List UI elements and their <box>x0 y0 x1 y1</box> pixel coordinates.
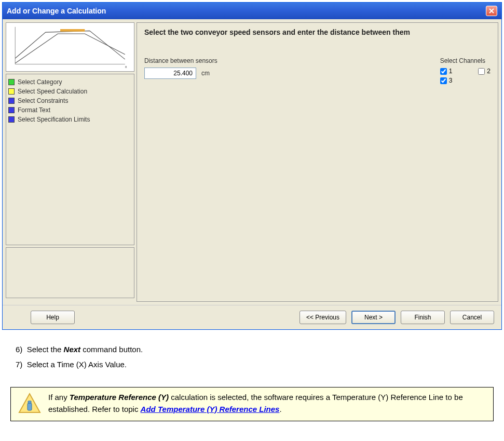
window-body: x Select Category Select Speed Calculati… <box>3 19 501 305</box>
page-heading: Select the two conveyor speed sensors an… <box>144 28 491 36</box>
close-icon <box>488 8 495 14</box>
channels-section: Select Channels 1 2 <box>440 57 491 86</box>
instruction-step-7: 7) Select a Time (X) Axis Value. <box>16 357 488 371</box>
step-label: Format Text <box>18 106 50 114</box>
step-item[interactable]: Select Specification Limits <box>8 115 132 124</box>
distance-input[interactable] <box>144 68 196 79</box>
step-item[interactable]: Select Category <box>8 77 132 87</box>
info-panel <box>6 247 134 298</box>
instruction-step-6: 6) Select the Next command button. <box>16 342 488 356</box>
step-number: 7) <box>16 360 22 369</box>
step-text-pre: Select the <box>27 345 64 354</box>
channel-row: 1 2 <box>440 68 491 75</box>
channels-label: Select Channels <box>440 57 491 64</box>
form-area: Distance between sensors cm Select Chann… <box>144 57 491 86</box>
distance-label: Distance between sensors <box>144 57 217 64</box>
channel-row: 3 <box>440 77 491 84</box>
step-label: Select Speed Calculation <box>18 88 87 95</box>
channel-3-checkbox[interactable] <box>440 77 447 84</box>
channel-2-checkbox[interactable] <box>478 68 485 75</box>
wizard-dialog: Add or Change a Calculation x Select <box>2 2 502 330</box>
note-text: If any Temperature Reference (Y) calcula… <box>48 392 487 415</box>
next-button[interactable]: Next > <box>351 311 396 324</box>
step-item[interactable]: Select Speed Calculation <box>8 87 132 96</box>
channel-1-checkbox[interactable] <box>440 68 447 75</box>
close-button[interactable] <box>486 6 497 16</box>
note-emph: Temperature Reference (Y) <box>70 393 169 402</box>
wizard-steps: Select Category Select Speed Calculation… <box>6 74 134 245</box>
channel-2[interactable]: 2 <box>478 68 491 75</box>
note-callout: If any Temperature Reference (Y) calcula… <box>10 387 494 421</box>
note-pre: If any <box>48 393 70 402</box>
channel-2-label: 2 <box>487 68 491 75</box>
titlebar: Add or Change a Calculation <box>3 3 501 19</box>
previous-button[interactable]: << Previous <box>299 311 346 324</box>
window-title: Add or Change a Calculation <box>7 7 106 15</box>
channel-1-label: 1 <box>449 68 453 75</box>
chart-thumbnail: x <box>8 25 132 69</box>
step-label: Select Specification Limits <box>18 116 90 123</box>
finish-button[interactable]: Finish <box>401 311 445 324</box>
distance-input-row: cm <box>144 68 217 79</box>
step-item[interactable]: Format Text <box>8 105 132 115</box>
channel-3-label: 3 <box>449 77 453 84</box>
svg-text:x: x <box>125 64 127 69</box>
step-text: Select a Time (X) Axis Value. <box>27 360 127 369</box>
channel-3[interactable]: 3 <box>440 77 453 84</box>
step-color-icon <box>8 98 15 104</box>
note-post: . <box>279 405 281 413</box>
svg-rect-6 <box>28 401 31 403</box>
main-panel: Select the two conveyor speed sensors an… <box>137 22 498 302</box>
step-color-icon <box>8 116 15 123</box>
step-color-icon <box>8 88 15 95</box>
button-bar: Help << Previous Next > Finish Cancel <box>3 305 501 329</box>
tip-icon <box>17 392 42 417</box>
cancel-button[interactable]: Cancel <box>450 311 494 324</box>
step-item[interactable]: Select Constraints <box>8 96 132 105</box>
step-number: 6) <box>16 345 22 354</box>
distance-unit: cm <box>201 70 210 77</box>
step-color-icon <box>8 107 15 113</box>
channel-1[interactable]: 1 <box>440 68 453 75</box>
step-text-emph: Next <box>64 345 81 354</box>
note-link[interactable]: Add Temperature (Y) Reference Lines <box>141 405 280 413</box>
wizard-graphic: x <box>6 22 134 72</box>
help-button[interactable]: Help <box>31 311 75 324</box>
step-text-post: command button. <box>80 345 143 354</box>
left-panel: x Select Category Select Speed Calculati… <box>6 22 134 302</box>
svg-rect-5 <box>28 403 32 410</box>
step-label: Select Constraints <box>18 97 68 104</box>
step-color-icon <box>8 79 15 85</box>
distance-section: Distance between sensors cm <box>144 57 217 86</box>
instruction-list: 6) Select the Next command button. 7) Se… <box>0 332 504 383</box>
step-label: Select Category <box>18 78 62 86</box>
